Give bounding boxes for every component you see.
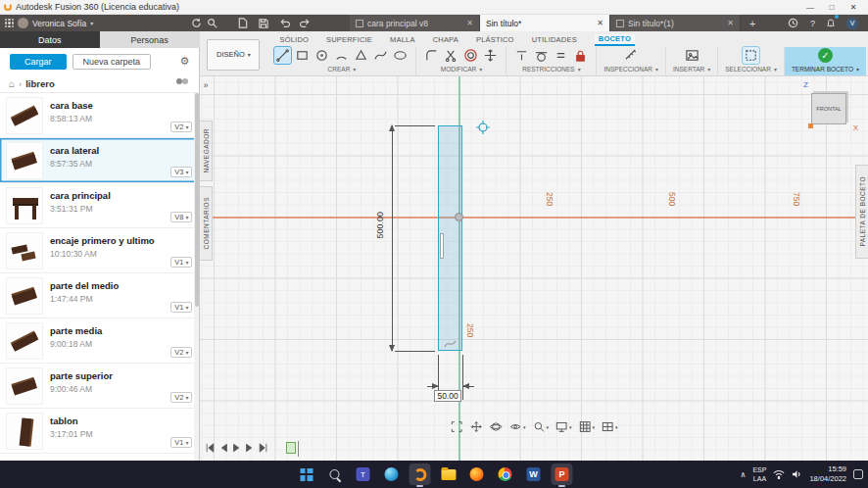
measure-tool-icon[interactable] — [623, 47, 640, 64]
list-item[interactable]: cara principal 3:51:31 PM V8▾ — [0, 183, 199, 228]
view-cube-face[interactable]: FRONTAL — [811, 93, 846, 124]
file-explorer-icon[interactable] — [438, 464, 459, 485]
navegador-panel-tab[interactable]: NAVEGADOR — [200, 121, 213, 181]
redo-icon[interactable] — [299, 18, 311, 29]
document-tab-active[interactable]: Sin título* ✕ — [480, 15, 610, 31]
save-icon[interactable] — [258, 18, 269, 29]
word-icon[interactable]: W — [523, 464, 545, 485]
data-panel-toggle-icon[interactable] — [5, 19, 14, 27]
tab-boceto[interactable]: BOCETO — [595, 34, 635, 46]
ellipse-tool-icon[interactable] — [392, 47, 409, 64]
browser-expand-icon[interactable]: » — [203, 80, 208, 90]
file-menu-icon[interactable] — [237, 18, 249, 29]
fix-constraint-icon[interactable] — [572, 47, 589, 64]
viewports-icon[interactable]: ▾ — [602, 420, 618, 433]
tab-malla[interactable]: MALLA — [390, 35, 415, 46]
chrome-icon[interactable] — [495, 464, 516, 485]
breadcrumb-folder[interactable]: librero — [25, 78, 55, 89]
tab-datos[interactable]: Datos — [0, 31, 100, 48]
upload-button[interactable]: Cargar — [10, 54, 67, 70]
line-tool-icon[interactable] — [274, 47, 291, 64]
tab-solido[interactable]: SÓLIDO — [279, 35, 309, 46]
rectangle-tool-icon[interactable] — [294, 47, 311, 64]
list-item[interactable]: parte del medio 1:47:44 PM V1▾ — [0, 273, 199, 318]
new-folder-button[interactable]: Nueva carpeta — [72, 54, 152, 70]
trim-tool-icon[interactable] — [443, 47, 459, 64]
list-scrollbar[interactable] — [194, 93, 199, 461]
timeline-skip-start-icon[interactable] — [205, 439, 216, 457]
version-dropdown[interactable]: V8▾ — [170, 212, 192, 222]
document-tab[interactable]: cara principal v8 ✕ — [350, 15, 480, 31]
document-tab[interactable]: Sin título*(1) ✕ — [610, 15, 741, 31]
version-dropdown[interactable]: V1▾ — [170, 302, 192, 313]
edge-icon[interactable] — [381, 464, 403, 485]
tab-plastico[interactable]: PLÁSTICO — [476, 35, 514, 46]
volume-icon[interactable] — [792, 465, 802, 483]
user-name[interactable]: Veronica Sofía — [32, 19, 86, 28]
maximize-button[interactable]: □ — [821, 3, 843, 12]
list-item-selected[interactable]: cara lateral 8:57:35 AM V3▾ — [0, 138, 199, 183]
close-button[interactable]: ✕ — [843, 3, 864, 12]
gear-icon[interactable]: ⚙ — [180, 56, 190, 67]
group-label-crear[interactable]: CREAR▾ — [328, 64, 357, 75]
close-tab-icon[interactable]: ✕ — [466, 19, 473, 27]
start-button[interactable] — [296, 464, 317, 485]
group-label-insertar[interactable]: INSERTAR▾ — [673, 64, 710, 75]
notification-center-icon[interactable] — [853, 469, 863, 479]
help-icon[interactable]: ? — [810, 19, 815, 28]
timeline-step-forward-icon[interactable] — [245, 439, 254, 457]
orbit-icon[interactable] — [490, 420, 503, 433]
group-label-inspeccionar[interactable]: INSPECCIONAR▾ — [603, 64, 658, 75]
user-menu-caret-icon[interactable]: ▾ — [90, 20, 93, 26]
circle-tool-icon[interactable] — [313, 47, 330, 64]
paleta-de-boceto-panel-tab[interactable]: PALETA DE BOCETO — [855, 165, 868, 259]
list-item[interactable]: parte superior 9:00:46 AM V2▾ — [0, 364, 199, 409]
group-label-seleccionar[interactable]: SELECCIONAR▾ — [725, 64, 777, 75]
comentarios-panel-tab[interactable]: COMENTARIOS — [200, 186, 213, 261]
finish-sketch-check-icon[interactable]: ✓ — [818, 48, 833, 63]
language-indicator[interactable]: ESP LAA — [752, 465, 766, 483]
select-tool-icon[interactable] — [743, 47, 759, 64]
timeline-sketch-marker[interactable] — [286, 442, 296, 454]
list-item[interactable]: parte media 9:00:18 AM V2▾ — [0, 318, 199, 364]
group-label-modificar[interactable]: MODIFICAR▾ — [441, 64, 483, 75]
tab-utilidades[interactable]: UTILIDADES — [532, 35, 577, 46]
move-tool-icon[interactable] — [482, 47, 499, 64]
search-icon[interactable] — [206, 18, 217, 29]
view-cube[interactable]: Z FRONTAL X — [801, 81, 856, 134]
polygon-tool-icon[interactable] — [353, 47, 369, 64]
version-dropdown[interactable]: V2▾ — [170, 122, 192, 132]
offset-tool-icon[interactable] — [462, 47, 479, 64]
zoom-icon[interactable]: ▾ — [532, 420, 549, 433]
width-dimension-value[interactable]: 50.00 — [434, 390, 460, 402]
version-dropdown[interactable]: V3▾ — [170, 167, 192, 177]
home-icon[interactable]: ⌂ — [9, 78, 15, 89]
horizontal-vertical-constraint-icon[interactable] — [513, 47, 530, 64]
grid-settings-icon[interactable]: ▾ — [578, 420, 595, 433]
wifi-icon[interactable] — [773, 465, 785, 483]
notifications-bell-icon[interactable] — [826, 17, 836, 29]
equal-constraint-icon[interactable] — [553, 47, 569, 64]
close-tab-icon[interactable]: ✕ — [597, 19, 603, 27]
tab-superficie[interactable]: SUPERFICIE — [326, 35, 372, 46]
minimize-button[interactable]: — — [799, 3, 821, 12]
tab-personas[interactable]: Personas — [100, 31, 200, 48]
look-at-icon[interactable]: ▾ — [509, 420, 526, 433]
spline-tool-icon[interactable] — [372, 47, 389, 64]
sketch-canvas[interactable]: 500.00 50.00 250 500 750 250 » NAVEGADOR — [200, 76, 868, 461]
tab-chapa[interactable]: CHAPA — [433, 35, 458, 46]
job-status-icon[interactable] — [788, 18, 799, 29]
undo-icon[interactable] — [278, 18, 290, 29]
list-item[interactable]: tablon 3:17:01 PM V1▾ — [0, 409, 199, 454]
new-document-tab-button[interactable]: + — [741, 15, 764, 31]
version-dropdown[interactable]: V2▾ — [170, 347, 192, 358]
list-item[interactable]: encaje primero y ultimo 10:10:30 AM V1▾ — [0, 228, 199, 273]
finish-sketch-button[interactable]: TERMINAR BOCETO▾ — [792, 64, 859, 75]
timeline-step-back-icon[interactable] — [219, 439, 228, 457]
workspace-selector[interactable]: DISEÑO▾ — [207, 39, 260, 71]
fusion-360-taskbar-icon[interactable] — [410, 464, 431, 485]
list-item[interactable]: cara base 8:58:13 AM V2▾ — [0, 93, 199, 138]
version-dropdown[interactable]: V1▾ — [170, 257, 192, 268]
clock[interactable]: 15:59 18/04/2022 — [809, 464, 846, 484]
selected-sketch-segment[interactable] — [440, 233, 444, 259]
